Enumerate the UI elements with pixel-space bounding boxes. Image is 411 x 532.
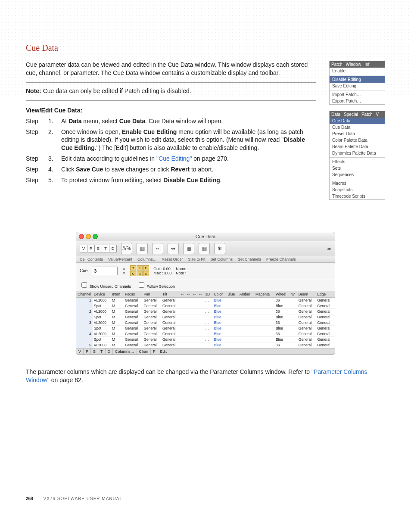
- table-row[interactable]: 3VL2000MGeneralGeneralGeneral…Blue36Gene…: [76, 320, 335, 326]
- tfe-cell[interactable]: B: [137, 271, 143, 276]
- table-row[interactable]: SpotMGeneralGeneralGeneral…BlueBlueGener…: [76, 303, 335, 309]
- status-segment[interactable]: D: [106, 348, 113, 355]
- menu-item[interactable]: Color Palette Data: [330, 137, 385, 143]
- menu-tab[interactable]: Patch: [361, 112, 373, 117]
- more-icon[interactable]: ≫: [327, 246, 331, 251]
- cross-ref-link[interactable]: "Cue Editing": [156, 155, 192, 162]
- table-row[interactable]: SpotMGeneralGeneralGeneral…BlueBlueGener…: [76, 337, 335, 342]
- column-header[interactable]: Tilt: [161, 291, 180, 298]
- column-header[interactable]: Device: [93, 291, 111, 298]
- note-text: Cue data can only be edited if Patch edi…: [43, 87, 191, 94]
- menu-tab[interactable]: Inf: [364, 62, 369, 67]
- table-row[interactable]: 1VL2000MGeneralGeneralGeneral…Blue36Gene…: [76, 298, 335, 303]
- status-segment[interactable]: Columns…: [113, 348, 137, 355]
- status-segment[interactable]: Chan: [137, 348, 151, 355]
- mode-button-v[interactable]: V: [80, 245, 87, 252]
- mode-button-t[interactable]: T: [102, 245, 109, 252]
- column-header[interactable]: Inten: [111, 291, 124, 298]
- menu-item[interactable]: Cue Data: [330, 124, 385, 131]
- zoom-icon[interactable]: [93, 234, 98, 239]
- menu-item[interactable]: Cue Data: [330, 118, 385, 124]
- cue-data-table[interactable]: ChannelDeviceIntenFocusPanTilt--------3D…: [76, 291, 335, 348]
- menu-item[interactable]: Disable Editing: [330, 76, 385, 83]
- menu-tab[interactable]: Special: [344, 112, 358, 117]
- toolbar-label: Set Columns: [210, 257, 233, 261]
- menu-item[interactable]: Beam Palette Data: [330, 143, 385, 150]
- stepper-up-icon[interactable]: ▲: [122, 266, 126, 271]
- reset-order-icon[interactable]: ↔: [152, 243, 163, 254]
- stepper-down-icon[interactable]: ▼: [122, 271, 126, 275]
- mode-button-d[interactable]: D: [109, 245, 117, 252]
- column-header[interactable]: Beam: [297, 291, 316, 298]
- data-menu[interactable]: DataSpecialPatchV Cue DataCue DataPreset…: [329, 111, 385, 200]
- column-header[interactable]: Wheel: [274, 291, 290, 298]
- size-to-fit-icon[interactable]: ⇔: [168, 243, 179, 254]
- tfe-cell[interactable]: F: [137, 265, 143, 271]
- column-header[interactable]: Blue: [226, 291, 238, 298]
- status-segment[interactable]: Edit: [158, 348, 170, 355]
- window-titlebar[interactable]: Cue Data: [76, 232, 335, 241]
- tfe-grid[interactable]: TFECBG: [130, 265, 149, 276]
- columns-icon[interactable]: ▥: [137, 243, 148, 254]
- column-header[interactable]: --: [198, 291, 204, 298]
- column-header[interactable]: --: [180, 291, 186, 298]
- status-segment[interactable]: V: [76, 348, 84, 355]
- menu-item[interactable]: Effects: [330, 159, 385, 165]
- column-header[interactable]: Pan: [142, 291, 161, 298]
- set-channels-icon[interactable]: ▦: [199, 243, 210, 254]
- menu-item[interactable]: Timecode Scripts: [330, 193, 385, 199]
- menu-tab[interactable]: Data: [331, 112, 340, 117]
- menu-item[interactable]: Import Patch…: [330, 91, 385, 98]
- table-row[interactable]: 2VL2000MGeneralGeneralGeneral…Blue36Gene…: [76, 309, 335, 314]
- patch-menu[interactable]: PatchWindowInf EnableDisable EditingSave…: [329, 61, 385, 105]
- tfe-cell[interactable]: C: [130, 271, 136, 276]
- menu-item[interactable]: Macros: [330, 180, 385, 187]
- status-segment[interactable]: T: [98, 348, 106, 355]
- column-header[interactable]: Magenta: [254, 291, 274, 298]
- table-row[interactable]: 4VL2000MGeneralGeneralGeneral…Blue36Gene…: [76, 331, 335, 337]
- menu-item[interactable]: Sets: [330, 165, 385, 171]
- status-segment[interactable]: S: [91, 348, 98, 355]
- menu-item[interactable]: Enable: [330, 68, 385, 74]
- freeze-channels-icon[interactable]: ❄: [214, 243, 225, 254]
- status-segment[interactable]: P: [84, 348, 91, 355]
- menu-tab[interactable]: Patch: [331, 62, 342, 67]
- cue-number-input[interactable]: [92, 267, 118, 275]
- minimize-icon[interactable]: [86, 234, 91, 239]
- column-header[interactable]: Focus: [124, 291, 142, 298]
- table-row[interactable]: SpotMGeneralGeneralGeneral…BlueBlueGener…: [76, 314, 335, 320]
- column-header[interactable]: Color: [213, 291, 227, 298]
- table-row[interactable]: 5VL2000MGeneralGeneralGeneralBlue36Gener…: [76, 342, 335, 348]
- menu-item[interactable]: Export Patch…: [330, 98, 385, 104]
- set-columns-icon[interactable]: ▦: [183, 243, 194, 254]
- cell-contents-buttons[interactable]: VPSTD: [80, 245, 117, 252]
- tfe-cell[interactable]: E: [143, 265, 149, 271]
- tfe-cell[interactable]: T: [130, 265, 136, 271]
- show-unused-checkbox[interactable]: Show Unused Channels: [80, 281, 131, 289]
- column-header[interactable]: 3D: [204, 291, 212, 298]
- subheading: View/Edit Cue Data:: [26, 107, 316, 114]
- mode-button-s[interactable]: S: [95, 245, 102, 252]
- table-row[interactable]: SpotMGeneralGeneralGeneral…BlueBlueGener…: [76, 326, 335, 331]
- menu-item[interactable]: Sequences: [330, 171, 385, 178]
- follow-selection-checkbox[interactable]: Follow Selection: [137, 281, 175, 289]
- tfe-cell[interactable]: G: [143, 271, 149, 276]
- menu-item[interactable]: Snapshots: [330, 187, 385, 193]
- menu-item[interactable]: Save Editing: [330, 83, 385, 89]
- percent-toggle-icon[interactable]: #/%: [121, 243, 132, 254]
- column-header[interactable]: Channel: [76, 291, 93, 298]
- mode-button-p[interactable]: P: [87, 245, 95, 252]
- menu-item[interactable]: Dynamics Palette Data: [330, 150, 385, 156]
- column-header[interactable]: W: [290, 291, 297, 298]
- max-value: 3.00: [164, 271, 172, 275]
- menu-tab[interactable]: V: [376, 112, 379, 117]
- column-header[interactable]: --: [186, 291, 192, 298]
- column-header[interactable]: --: [192, 291, 198, 298]
- column-header[interactable]: Edge: [316, 291, 335, 298]
- menu-item[interactable]: Preset Data: [330, 131, 385, 137]
- status-bar[interactable]: VPSTDColumns…ChanFEdit: [76, 348, 335, 355]
- column-header[interactable]: Amber: [238, 291, 254, 298]
- close-icon[interactable]: [79, 234, 84, 239]
- menu-tab[interactable]: Window: [346, 62, 361, 67]
- status-segment[interactable]: F: [151, 348, 158, 355]
